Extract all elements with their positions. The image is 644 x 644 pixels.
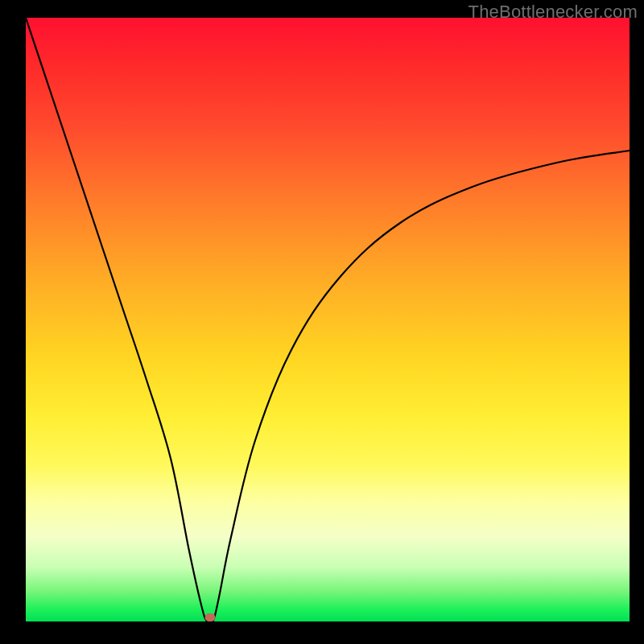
watermark-text: TheBottlenecker.com <box>469 2 638 23</box>
plot-area <box>26 18 630 621</box>
minimum-marker <box>204 613 215 621</box>
bottleneck-curve <box>26 18 630 621</box>
chart-stage: TheBottlenecker.com <box>0 0 644 644</box>
